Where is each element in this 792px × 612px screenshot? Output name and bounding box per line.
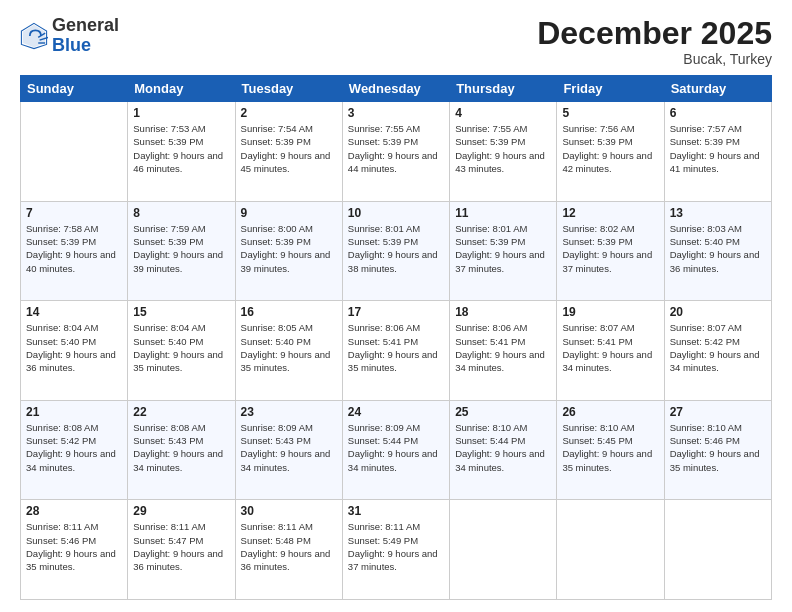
day-number: 13 xyxy=(670,206,766,220)
day-number: 6 xyxy=(670,106,766,120)
day-cell: 22Sunrise: 8:08 AMSunset: 5:43 PMDayligh… xyxy=(128,400,235,500)
week-row-4: 21Sunrise: 8:08 AMSunset: 5:42 PMDayligh… xyxy=(21,400,772,500)
day-number: 10 xyxy=(348,206,444,220)
header: General Blue December 2025 Bucak, Turkey xyxy=(20,16,772,67)
day-cell xyxy=(557,500,664,600)
cell-info: Sunrise: 7:58 AMSunset: 5:39 PMDaylight:… xyxy=(26,222,122,275)
col-header-thursday: Thursday xyxy=(450,76,557,102)
cell-info: Sunrise: 8:05 AMSunset: 5:40 PMDaylight:… xyxy=(241,321,337,374)
day-cell: 14Sunrise: 8:04 AMSunset: 5:40 PMDayligh… xyxy=(21,301,128,401)
cell-info: Sunrise: 8:00 AMSunset: 5:39 PMDaylight:… xyxy=(241,222,337,275)
week-row-5: 28Sunrise: 8:11 AMSunset: 5:46 PMDayligh… xyxy=(21,500,772,600)
day-cell xyxy=(21,102,128,202)
day-number: 27 xyxy=(670,405,766,419)
day-number: 19 xyxy=(562,305,658,319)
day-cell: 8Sunrise: 7:59 AMSunset: 5:39 PMDaylight… xyxy=(128,201,235,301)
day-cell: 11Sunrise: 8:01 AMSunset: 5:39 PMDayligh… xyxy=(450,201,557,301)
day-cell: 5Sunrise: 7:56 AMSunset: 5:39 PMDaylight… xyxy=(557,102,664,202)
day-cell xyxy=(664,500,771,600)
col-header-monday: Monday xyxy=(128,76,235,102)
logo-icon xyxy=(20,22,48,50)
day-number: 21 xyxy=(26,405,122,419)
day-cell: 7Sunrise: 7:58 AMSunset: 5:39 PMDaylight… xyxy=(21,201,128,301)
cell-info: Sunrise: 7:55 AMSunset: 5:39 PMDaylight:… xyxy=(348,122,444,175)
title-area: December 2025 Bucak, Turkey xyxy=(537,16,772,67)
day-cell: 1Sunrise: 7:53 AMSunset: 5:39 PMDaylight… xyxy=(128,102,235,202)
day-cell xyxy=(450,500,557,600)
page: General Blue December 2025 Bucak, Turkey… xyxy=(0,0,792,612)
week-row-2: 7Sunrise: 7:58 AMSunset: 5:39 PMDaylight… xyxy=(21,201,772,301)
day-cell: 15Sunrise: 8:04 AMSunset: 5:40 PMDayligh… xyxy=(128,301,235,401)
day-cell: 23Sunrise: 8:09 AMSunset: 5:43 PMDayligh… xyxy=(235,400,342,500)
cell-info: Sunrise: 7:56 AMSunset: 5:39 PMDaylight:… xyxy=(562,122,658,175)
logo: General Blue xyxy=(20,16,119,56)
day-cell: 16Sunrise: 8:05 AMSunset: 5:40 PMDayligh… xyxy=(235,301,342,401)
day-cell: 2Sunrise: 7:54 AMSunset: 5:39 PMDaylight… xyxy=(235,102,342,202)
month-title: December 2025 xyxy=(537,16,772,51)
cell-info: Sunrise: 8:10 AMSunset: 5:46 PMDaylight:… xyxy=(670,421,766,474)
day-number: 20 xyxy=(670,305,766,319)
day-cell: 29Sunrise: 8:11 AMSunset: 5:47 PMDayligh… xyxy=(128,500,235,600)
cell-info: Sunrise: 8:06 AMSunset: 5:41 PMDaylight:… xyxy=(455,321,551,374)
day-number: 26 xyxy=(562,405,658,419)
day-cell: 18Sunrise: 8:06 AMSunset: 5:41 PMDayligh… xyxy=(450,301,557,401)
day-cell: 13Sunrise: 8:03 AMSunset: 5:40 PMDayligh… xyxy=(664,201,771,301)
logo-blue: Blue xyxy=(52,36,119,56)
day-number: 1 xyxy=(133,106,229,120)
day-cell: 9Sunrise: 8:00 AMSunset: 5:39 PMDaylight… xyxy=(235,201,342,301)
cell-info: Sunrise: 7:54 AMSunset: 5:39 PMDaylight:… xyxy=(241,122,337,175)
day-number: 12 xyxy=(562,206,658,220)
day-number: 25 xyxy=(455,405,551,419)
day-number: 3 xyxy=(348,106,444,120)
col-header-tuesday: Tuesday xyxy=(235,76,342,102)
cell-info: Sunrise: 8:07 AMSunset: 5:42 PMDaylight:… xyxy=(670,321,766,374)
day-number: 31 xyxy=(348,504,444,518)
day-cell: 12Sunrise: 8:02 AMSunset: 5:39 PMDayligh… xyxy=(557,201,664,301)
cell-info: Sunrise: 8:03 AMSunset: 5:40 PMDaylight:… xyxy=(670,222,766,275)
col-header-sunday: Sunday xyxy=(21,76,128,102)
cell-info: Sunrise: 8:11 AMSunset: 5:47 PMDaylight:… xyxy=(133,520,229,573)
cell-info: Sunrise: 8:01 AMSunset: 5:39 PMDaylight:… xyxy=(348,222,444,275)
day-number: 18 xyxy=(455,305,551,319)
day-cell: 20Sunrise: 8:07 AMSunset: 5:42 PMDayligh… xyxy=(664,301,771,401)
day-cell: 21Sunrise: 8:08 AMSunset: 5:42 PMDayligh… xyxy=(21,400,128,500)
logo-text: General Blue xyxy=(52,16,119,56)
day-number: 9 xyxy=(241,206,337,220)
cell-info: Sunrise: 8:08 AMSunset: 5:43 PMDaylight:… xyxy=(133,421,229,474)
day-number: 22 xyxy=(133,405,229,419)
cell-info: Sunrise: 8:09 AMSunset: 5:43 PMDaylight:… xyxy=(241,421,337,474)
day-number: 5 xyxy=(562,106,658,120)
cell-info: Sunrise: 8:04 AMSunset: 5:40 PMDaylight:… xyxy=(26,321,122,374)
cell-info: Sunrise: 7:55 AMSunset: 5:39 PMDaylight:… xyxy=(455,122,551,175)
day-number: 15 xyxy=(133,305,229,319)
cell-info: Sunrise: 8:11 AMSunset: 5:49 PMDaylight:… xyxy=(348,520,444,573)
day-cell: 28Sunrise: 8:11 AMSunset: 5:46 PMDayligh… xyxy=(21,500,128,600)
day-number: 16 xyxy=(241,305,337,319)
day-number: 28 xyxy=(26,504,122,518)
col-header-saturday: Saturday xyxy=(664,76,771,102)
cell-info: Sunrise: 8:10 AMSunset: 5:44 PMDaylight:… xyxy=(455,421,551,474)
week-row-1: 1Sunrise: 7:53 AMSunset: 5:39 PMDaylight… xyxy=(21,102,772,202)
day-number: 11 xyxy=(455,206,551,220)
day-cell: 19Sunrise: 8:07 AMSunset: 5:41 PMDayligh… xyxy=(557,301,664,401)
day-cell: 6Sunrise: 7:57 AMSunset: 5:39 PMDaylight… xyxy=(664,102,771,202)
cell-info: Sunrise: 8:10 AMSunset: 5:45 PMDaylight:… xyxy=(562,421,658,474)
cell-info: Sunrise: 8:11 AMSunset: 5:46 PMDaylight:… xyxy=(26,520,122,573)
header-row: SundayMondayTuesdayWednesdayThursdayFrid… xyxy=(21,76,772,102)
logo-general: General xyxy=(52,16,119,36)
day-number: 29 xyxy=(133,504,229,518)
day-number: 24 xyxy=(348,405,444,419)
cell-info: Sunrise: 8:01 AMSunset: 5:39 PMDaylight:… xyxy=(455,222,551,275)
cell-info: Sunrise: 8:06 AMSunset: 5:41 PMDaylight:… xyxy=(348,321,444,374)
day-number: 14 xyxy=(26,305,122,319)
cell-info: Sunrise: 7:59 AMSunset: 5:39 PMDaylight:… xyxy=(133,222,229,275)
day-cell: 27Sunrise: 8:10 AMSunset: 5:46 PMDayligh… xyxy=(664,400,771,500)
cell-info: Sunrise: 8:02 AMSunset: 5:39 PMDaylight:… xyxy=(562,222,658,275)
location: Bucak, Turkey xyxy=(537,51,772,67)
cell-info: Sunrise: 8:09 AMSunset: 5:44 PMDaylight:… xyxy=(348,421,444,474)
day-number: 7 xyxy=(26,206,122,220)
day-cell: 26Sunrise: 8:10 AMSunset: 5:45 PMDayligh… xyxy=(557,400,664,500)
calendar: SundayMondayTuesdayWednesdayThursdayFrid… xyxy=(20,75,772,600)
cell-info: Sunrise: 8:08 AMSunset: 5:42 PMDaylight:… xyxy=(26,421,122,474)
col-header-wednesday: Wednesday xyxy=(342,76,449,102)
